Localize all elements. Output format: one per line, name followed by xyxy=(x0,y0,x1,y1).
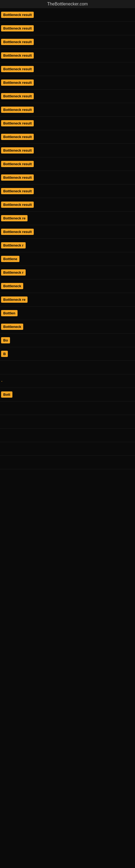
list-item xyxy=(0,415,135,429)
bottleneck-result-badge[interactable]: Bottleneck result xyxy=(1,80,34,86)
list-item: Bottleneck result xyxy=(0,76,135,90)
bottleneck-result-badge[interactable]: Bottleneck result xyxy=(1,202,34,208)
bottleneck-result-badge[interactable]: Bottlen xyxy=(1,310,17,316)
bottleneck-result-badge[interactable]: B xyxy=(1,351,8,357)
list-item: Bottlen xyxy=(0,307,135,320)
list-item: Bottleneck result xyxy=(0,144,135,157)
bottleneck-result-badge[interactable]: Bott xyxy=(1,392,12,398)
list-item: Bottlene xyxy=(0,252,135,266)
list-item: Bottleneck result xyxy=(0,22,135,35)
list-item: Bottleneck result xyxy=(0,171,135,184)
bottleneck-result-badge[interactable]: Bottleneck result xyxy=(1,175,34,181)
list-item: Bottleneck result xyxy=(0,198,135,212)
bottleneck-result-badge[interactable]: Bottleneck result xyxy=(1,134,34,140)
bottleneck-result-badge[interactable]: Bottleneck result xyxy=(1,120,34,126)
bottleneck-result-badge[interactable]: Bottleneck xyxy=(1,283,23,289)
bottleneck-result-badge[interactable]: Bottleneck result xyxy=(1,39,34,45)
bottleneck-result-badge[interactable]: Bottleneck re xyxy=(1,215,28,221)
bottleneck-result-badge[interactable]: Bo xyxy=(1,337,10,343)
bottleneck-result-badge[interactable]: Bottleneck r xyxy=(1,242,26,248)
list-item: · xyxy=(0,374,135,388)
bottleneck-result-badge[interactable]: Bottleneck xyxy=(1,323,23,330)
bottleneck-result-badge[interactable]: Bottleneck result xyxy=(1,66,34,72)
bottleneck-result-badge[interactable]: Bottleneck result xyxy=(1,93,34,99)
site-header: TheBottlenecker.com xyxy=(0,0,135,8)
list-item: Bottleneck result xyxy=(0,90,135,103)
site-title: TheBottlenecker.com xyxy=(0,0,135,8)
list-item: B xyxy=(0,347,135,361)
list-item xyxy=(0,361,135,374)
list-item xyxy=(0,401,135,415)
bottleneck-result-badge[interactable]: Bottleneck result xyxy=(1,229,34,235)
bottleneck-result-badge[interactable]: Bottleneck result xyxy=(1,147,34,154)
list-item: Bottleneck result xyxy=(0,8,135,22)
bottleneck-result-badge[interactable]: Bottlene xyxy=(1,256,19,262)
list-item: Bo xyxy=(0,334,135,347)
bottleneck-result-badge[interactable]: Bottleneck r xyxy=(1,269,26,276)
list-item: Bottleneck result xyxy=(0,103,135,117)
list-item: Bottleneck result xyxy=(0,157,135,171)
list-item: Bottleneck re xyxy=(0,293,135,307)
list-item xyxy=(0,456,135,469)
list-item: Bottleneck result xyxy=(0,117,135,130)
bottleneck-result-badge[interactable]: Bottleneck result xyxy=(1,25,34,31)
list-item: Bottleneck result xyxy=(0,35,135,49)
bottleneck-result-badge[interactable]: Bottleneck result xyxy=(1,188,34,194)
list-item: Bottleneck result xyxy=(0,130,135,144)
list-item: Bottleneck xyxy=(0,279,135,293)
bottleneck-result-badge[interactable]: Bottleneck result xyxy=(1,12,34,18)
list-item: Bottleneck re xyxy=(0,212,135,225)
list-item: Bottleneck result xyxy=(0,49,135,62)
bottleneck-result-badge[interactable]: Bottleneck result xyxy=(1,161,34,167)
dot-indicator: · xyxy=(1,378,3,384)
list-item: Bottleneck result xyxy=(0,184,135,198)
bottleneck-result-badge[interactable]: Bottleneck re xyxy=(1,297,28,303)
list-item: Bottleneck result xyxy=(0,225,135,239)
bottleneck-result-badge[interactable]: Bottleneck result xyxy=(1,106,34,113)
list-item: Bottleneck xyxy=(0,320,135,334)
list-item: Bottleneck r xyxy=(0,239,135,252)
list-item xyxy=(0,442,135,456)
list-item: Bottleneck r xyxy=(0,266,135,279)
list-item xyxy=(0,429,135,442)
list-item: Bottleneck result xyxy=(0,62,135,76)
rows-container: Bottleneck resultBottleneck resultBottle… xyxy=(0,8,135,469)
list-item: Bott xyxy=(0,388,135,401)
bottleneck-result-badge[interactable]: Bottleneck result xyxy=(1,52,34,59)
